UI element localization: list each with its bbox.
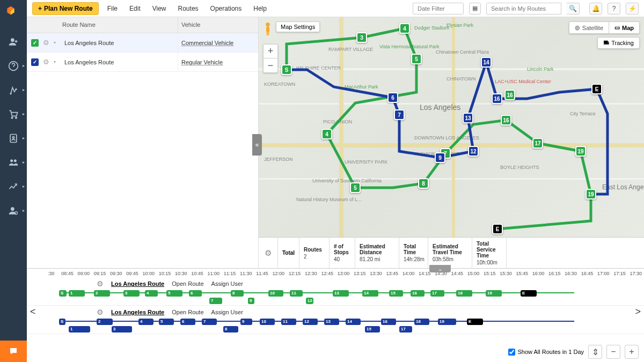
timeline-stop[interactable]: 17 [399,326,412,333]
timeline-stop[interactable]: S [59,290,67,297]
route-checkbox[interactable]: ✓ [31,58,39,66]
timeline-stop[interactable]: 5 [166,290,182,297]
map-marker[interactable]: S [281,64,292,75]
timeline-stop[interactable]: 8 [223,326,238,333]
timeline-zoom-out-button[interactable]: − [606,345,620,359]
map-marker[interactable]: 17 [532,138,543,149]
map-marker[interactable]: 4 [399,23,410,34]
lane-gear-icon[interactable]: ⚙ [97,279,104,288]
map-marker[interactable]: 13 [463,113,473,123]
timeline-stop[interactable]: 18 [456,290,472,297]
timeline-stop[interactable]: 3 [112,326,132,333]
assign-user-link[interactable]: Assign User [211,280,243,287]
route-vehicle[interactable]: Regular Vehicle [178,53,258,71]
lane-route-name[interactable]: Los Angeles Route [111,309,164,315]
nav-routes[interactable]: ▸ [0,78,27,102]
zoom-in-button[interactable]: + [264,45,277,58]
menu-operations[interactable]: Operations [207,5,245,12]
tracking-button[interactable]: ⛟Tracking [597,37,640,49]
timeline-stop[interactable]: 6 [189,290,202,297]
nav-help[interactable]: ▸ [0,54,27,78]
timeline-stop[interactable]: 11 [290,290,303,297]
timeline-prev-button[interactable]: < [30,306,36,317]
nav-analytics[interactable]: ▸ [0,174,27,198]
calendar-icon[interactable]: ▦ [469,3,481,14]
timeline-stop[interactable]: 19 [438,319,456,325]
timeline-stop[interactable]: 2 [97,319,113,325]
plan-new-route-button[interactable]: +Plan New Route [32,2,99,15]
timeline-stop[interactable]: 13 [333,290,349,297]
map-marker[interactable]: 8 [418,178,429,189]
timeline-stop[interactable]: 14 [362,290,378,297]
lane-route-name[interactable]: Los Angeles Route [111,280,164,287]
route-row[interactable]: ✓ ⚙ ▾ Los Angeles Route Commercial Vehic… [27,33,258,53]
timeline-stop[interactable]: 17 [430,290,444,297]
open-route-link[interactable]: Open Route [172,280,203,287]
nav-address-book[interactable]: ▸ [0,126,27,150]
collapse-panel-button[interactable]: « [252,134,262,156]
timeline-zoom-in-button[interactable]: + [625,345,639,359]
timeline-stop[interactable]: 7 [209,298,222,304]
search-input[interactable] [486,3,561,14]
lane-gear-icon[interactable]: ⚙ [97,308,104,316]
map-marker[interactable]: 16 [501,115,511,125]
timeline-stop[interactable]: 9 [240,319,252,325]
map-marker[interactable]: 3 [356,32,367,43]
date-filter-input[interactable] [413,3,464,14]
route-vehicle[interactable]: Commercial Vehicle [178,33,258,52]
timeline-stop[interactable]: 11 [281,319,296,325]
summary-gear-icon[interactable]: ⚙ [259,238,278,268]
timeline-stop[interactable]: 6 [180,319,195,325]
bolt-icon[interactable]: ⚡ [626,3,639,14]
route-checkbox[interactable]: ✓ [31,39,39,47]
nav-settings[interactable]: ▸ [0,198,27,223]
map-marker[interactable]: 7 [394,109,405,120]
open-route-link[interactable]: Open Route [172,309,203,315]
map-marker[interactable]: 9 [435,152,445,163]
map-marker[interactable]: 12 [468,146,479,157]
map-marker[interactable]: 5 [411,54,422,64]
menu-file[interactable]: File [104,5,121,12]
assign-user-link[interactable]: Assign User [211,309,243,315]
timeline-stop[interactable]: 4 [145,290,158,297]
pegman-icon[interactable] [263,21,273,36]
map-marker[interactable]: 19 [586,189,596,200]
map-marker[interactable]: 19 [575,146,586,157]
timeline-stop[interactable]: 15 [365,326,380,333]
chevron-down-icon[interactable]: ▾ [54,60,61,64]
chevron-down-icon[interactable]: ▾ [54,40,61,45]
map-button[interactable]: ▭Map [609,22,639,33]
timeline-stop[interactable]: 10 [260,319,275,325]
show-all-checkbox[interactable] [508,349,515,356]
menu-routes[interactable]: Routes [175,5,202,12]
gear-icon[interactable]: ⚙ [43,58,54,66]
nav-orders[interactable]: ▸ [0,102,27,126]
timeline-stop[interactable]: E [467,319,483,325]
timeline-stop[interactable]: 19 [486,290,502,297]
timeline-stop[interactable]: S [59,319,65,325]
notifications-icon[interactable]: 🔔 [589,3,602,14]
timeline-stop[interactable]: 12 [306,298,313,304]
chat-button[interactable] [0,341,27,362]
menu-view[interactable]: View [149,5,170,12]
timeline-stop[interactable]: 7 [202,319,217,325]
expand-vertical-button[interactable]: ⇕ [588,345,602,359]
map-marker[interactable]: 6 [387,92,398,103]
map-marker[interactable]: 4 [321,129,332,139]
timeline-stop[interactable]: 1 [69,326,90,333]
nav-team[interactable]: ▸ [0,150,27,174]
timeline-stop[interactable]: 16 [411,290,425,297]
collapse-summary-button[interactable]: ⌄ [429,265,451,272]
satellite-button[interactable]: ◍Satellite [569,22,609,33]
map-marker[interactable]: 16 [492,93,502,104]
map-settings-button[interactable]: Map Settings [276,21,320,32]
menu-edit[interactable]: Edit [126,5,144,12]
menu-help[interactable]: Help [250,5,270,12]
timeline-stop[interactable]: 4 [138,319,153,325]
timeline-stop[interactable]: 14 [346,319,361,325]
map-marker[interactable]: E [591,84,602,94]
timeline-stop[interactable]: 5 [159,319,174,325]
show-all-routes-checkbox[interactable]: Show All Routes in 1 Day [508,349,584,356]
timeline-stop[interactable]: 13 [324,319,339,325]
zoom-out-button[interactable]: − [264,58,277,72]
